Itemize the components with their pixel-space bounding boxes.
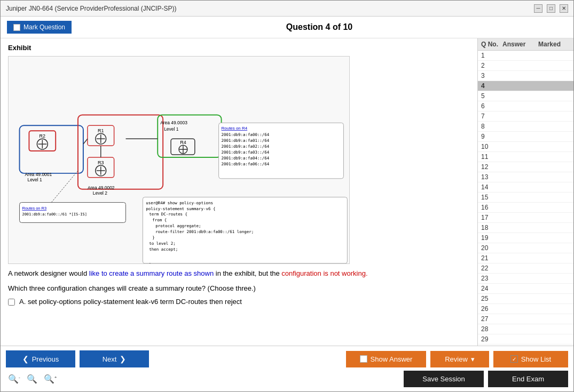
end-exam-button[interactable]: End Exam [488, 371, 568, 387]
sidebar-qno-12: 12 [481, 163, 502, 171]
sidebar-row-11[interactable]: 11 [478, 152, 573, 162]
sidebar-answer-1 [502, 52, 538, 59]
previous-label: Previous [32, 355, 59, 363]
sidebar-row-1[interactable]: 1 [478, 51, 573, 61]
sidebar-row-27[interactable]: 27 [478, 314, 573, 324]
window-title: Juniper JN0-664 (Service ProviderProfess… [6, 5, 176, 12]
svg-text:R2: R2 [40, 133, 45, 139]
show-list-button[interactable]: ✓ Show List [493, 351, 568, 367]
svg-text:Level 1: Level 1 [164, 126, 179, 132]
sidebar-row-29[interactable]: 29 [478, 334, 573, 345]
sidebar-header-qno: Q No. [481, 41, 502, 48]
sidebar-row-20[interactable]: 20 [478, 243, 573, 253]
sidebar-answer-25 [502, 295, 538, 302]
sidebar-qno-13: 13 [481, 173, 502, 181]
main-window: Juniper JN0-664 (Service ProviderProfess… [0, 0, 574, 392]
sidebar-answer-27 [502, 315, 538, 323]
sidebar-marked-1 [538, 52, 570, 59]
save-session-button[interactable]: Save Session [404, 371, 484, 387]
sidebar-marked-3 [538, 72, 570, 79]
sidebar-answer-5 [502, 92, 538, 100]
minimize-button[interactable]: ─ [534, 4, 542, 13]
review-arrow-icon: ▾ [471, 355, 475, 363]
question-text-2: Which three configuration changes will c… [8, 283, 470, 294]
sidebar-row-22[interactable]: 22 [478, 263, 573, 274]
svg-text:term DC-routes {: term DC-routes { [149, 212, 187, 217]
review-button[interactable]: Review ▾ [430, 351, 489, 367]
sidebar-answer-10 [502, 143, 538, 150]
svg-text:2001:db9:a:fa04::/64: 2001:db9:a:fa04::/64 [222, 156, 270, 161]
sidebar-row-5[interactable]: 5 [478, 91, 573, 101]
sidebar-row-25[interactable]: 25 [478, 294, 573, 304]
sidebar-row-18[interactable]: 18 [478, 223, 573, 233]
toolbar: Mark Question Question 4 of 10 [1, 17, 573, 38]
sidebar-row-7[interactable]: 7 [478, 111, 573, 122]
question-area: Exhibit R2 Area 49.0001 Level 1 [1, 38, 477, 346]
show-answer-checkbox-icon [360, 355, 367, 363]
svg-text:then accept;: then accept; [149, 247, 178, 252]
sidebar-row-3[interactable]: 3 [478, 71, 573, 81]
sidebar-row-12[interactable]: 12 [478, 162, 573, 172]
sidebar-answer-17 [502, 214, 538, 221]
svg-text:R3: R3 [98, 160, 104, 165]
sidebar-row-10[interactable]: 10 [478, 142, 573, 152]
sidebar-marked-10 [538, 143, 570, 150]
zoom-controls: 🔍- 🔍 🔍+ [6, 373, 59, 385]
maximize-button[interactable]: □ [547, 4, 555, 13]
svg-text:from {: from { [152, 218, 167, 222]
previous-button[interactable]: ❮ Previous [6, 350, 75, 367]
sidebar-answer-15 [502, 194, 538, 201]
sidebar-row-24[interactable]: 24 [478, 284, 573, 294]
sidebar-answer-9 [502, 133, 538, 140]
close-button[interactable]: ✕ [560, 4, 568, 13]
sidebar-marked-22 [538, 265, 570, 272]
sidebar-row-2[interactable]: 2 [478, 61, 573, 71]
sidebar-row-21[interactable]: 21 [478, 253, 573, 263]
sidebar-marked-27 [538, 315, 570, 323]
sidebar-row-16[interactable]: 16 [478, 203, 573, 213]
show-list-check-icon: ✓ [510, 355, 518, 363]
show-answer-button[interactable]: Show Answer [346, 351, 426, 367]
sidebar-answer-20 [502, 244, 538, 252]
sidebar-row-17[interactable]: 17 [478, 213, 573, 223]
svg-text:to level 2;: to level 2; [149, 241, 175, 246]
sidebar-answer-28 [502, 325, 538, 333]
sidebar-qno-26: 26 [481, 305, 502, 313]
svg-text:2001:db9:a:fa06::/64: 2001:db9:a:fa06::/64 [222, 162, 270, 166]
sidebar-answer-3 [502, 72, 538, 79]
main-content: Exhibit R2 Area 49.0001 Level 1 [1, 38, 573, 346]
mark-question-label: Mark Question [23, 23, 65, 31]
sidebar-qno-20: 20 [481, 244, 502, 252]
answer-checkbox-a[interactable] [8, 299, 15, 306]
sidebar-row-9[interactable]: 9 [478, 132, 573, 142]
svg-text:R1: R1 [98, 128, 104, 133]
mark-question-button[interactable]: Mark Question [7, 21, 72, 34]
sidebar-row-26[interactable]: 26 [478, 304, 573, 314]
zoom-reset-button[interactable]: 🔍 [25, 373, 40, 385]
sidebar-marked-4 [538, 82, 570, 90]
sidebar-qno-7: 7 [481, 113, 502, 120]
svg-text:Routes on R3: Routes on R3 [22, 206, 47, 211]
sidebar-qno-16: 16 [481, 204, 502, 211]
sidebar-row-6[interactable]: 6 [478, 101, 573, 111]
sidebar-answer-24 [502, 285, 538, 292]
next-button[interactable]: Next ❯ [80, 350, 149, 367]
sidebar-row-23[interactable]: 23 [478, 274, 573, 284]
sidebar-row-8[interactable]: 8 [478, 122, 573, 132]
sidebar-row-28[interactable]: 28 [478, 324, 573, 334]
sidebar-row-15[interactable]: 15 [478, 193, 573, 203]
sidebar-marked-25 [538, 295, 570, 302]
zoom-out-button[interactable]: 🔍- [6, 373, 22, 385]
sidebar-row-13[interactable]: 13 [478, 172, 573, 182]
sidebar-answer-19 [502, 234, 538, 242]
sidebar-answer-21 [502, 254, 538, 262]
sidebar-answer-4 [502, 82, 538, 90]
sidebar-row-14[interactable]: 14 [478, 182, 573, 193]
zoom-in-button[interactable]: 🔍+ [42, 373, 59, 385]
actions-row: 🔍- 🔍 🔍+ Save Session End Exam [6, 371, 568, 387]
sidebar-row-4[interactable]: 4 [478, 81, 573, 91]
sidebar-qno-29: 29 [481, 335, 502, 343]
sidebar-row-19[interactable]: 19 [478, 233, 573, 243]
sidebar-marked-20 [538, 244, 570, 252]
next-arrow-icon: ❯ [120, 355, 126, 363]
